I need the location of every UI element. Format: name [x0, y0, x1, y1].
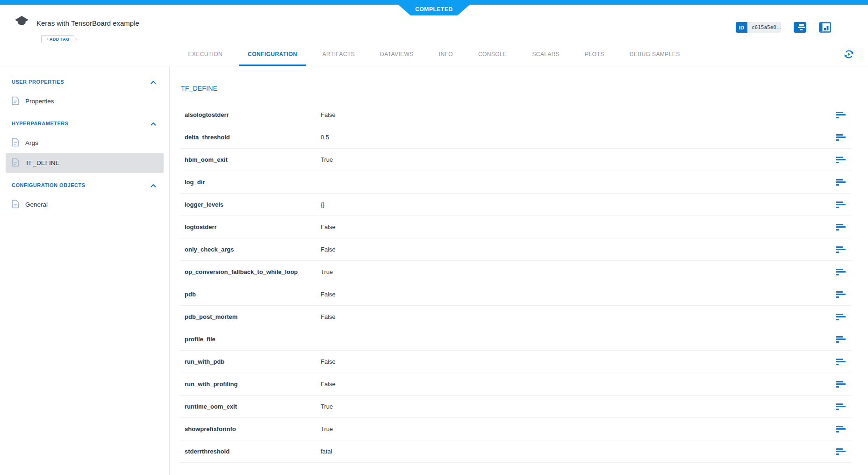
tab[interactable]: CONFIGURATION [235, 43, 310, 66]
param-name: logtostderr [185, 223, 321, 230]
param-row: runtime_oom_exit True [180, 396, 851, 418]
tab[interactable]: SCALARS [519, 43, 572, 66]
param-row: log_dir [180, 171, 851, 194]
param-detail-icon[interactable] [836, 134, 846, 141]
param-name: pdb_post_mortem [185, 313, 321, 320]
experiment-id-badge[interactable]: ID c615a5e0... [736, 22, 781, 33]
section-user-properties[interactable]: USER PROPERTIES [0, 77, 169, 87]
param-name: run_with_pdb [185, 358, 321, 365]
tab[interactable]: DATAVIEWS [367, 43, 426, 66]
param-name: op_conversion_fallback_to_while_loop [185, 268, 321, 275]
main-panel: TF_DEFINE alsologtostderr False delta_th… [170, 66, 868, 475]
sidebar: USER PROPERTIES Properties HYPERPARAMETE… [0, 66, 170, 475]
content-area: USER PROPERTIES Properties HYPERPARAMETE… [0, 66, 868, 475]
tab[interactable]: DEBUG SAMPLES [617, 43, 693, 66]
param-name: runtime_oom_exit [185, 403, 321, 410]
param-value: True [321, 156, 836, 163]
menu-icon[interactable] [844, 24, 854, 31]
param-detail-icon[interactable] [836, 426, 846, 432]
param-value: True [321, 403, 836, 410]
param-row: profile_file [180, 328, 851, 351]
param-row: only_check_args False [180, 238, 851, 261]
param-row: run_with_profiling False [180, 373, 851, 396]
param-detail-icon[interactable] [836, 202, 846, 208]
sidebar-item-label: General [25, 201, 48, 208]
tab-label: SCALARS [532, 51, 560, 58]
param-detail-icon[interactable] [836, 112, 846, 118]
sidebar-item-label: Args [25, 139, 38, 146]
param-value: False [321, 381, 836, 388]
param-value: False [321, 358, 836, 365]
document-icon [12, 96, 19, 107]
param-detail-icon[interactable] [836, 336, 846, 343]
param-name: pdb [185, 291, 321, 298]
details-notes-icon[interactable] [794, 22, 806, 33]
tab-bar: EXECUTION CONFIGURATION ARTIFACTS DATAVI… [0, 43, 868, 66]
param-row: pdb_post_mortem False [180, 306, 851, 328]
id-label: ID [736, 22, 747, 33]
param-row: hbm_oom_exit True [180, 149, 851, 171]
param-value: fatal [321, 448, 836, 455]
param-detail-icon[interactable] [836, 314, 846, 320]
param-name: showprefixforinfo [185, 425, 321, 432]
tab[interactable]: INFO [426, 43, 466, 66]
param-value: False [321, 111, 836, 118]
param-detail-icon[interactable] [836, 403, 846, 410]
param-value: False [321, 313, 836, 320]
info-panel-icon[interactable] [819, 22, 831, 33]
param-row: delta_threshold 0.5 [180, 126, 851, 149]
param-value: True [321, 425, 836, 432]
sidebar-item-args[interactable]: Args [6, 133, 164, 153]
experiment-title: Keras with TensorBoard example [36, 19, 139, 27]
param-name: stderrthreshold [185, 448, 321, 455]
section-hyperparameters[interactable]: HYPERPARAMETERS [0, 118, 169, 129]
param-name: alsologtostderr [185, 111, 321, 118]
param-detail-icon[interactable] [836, 246, 846, 253]
sidebar-item-general[interactable]: General [6, 194, 164, 215]
section-header-label: HYPERPARAMETERS [12, 121, 69, 126]
tab-label: CONFIGURATION [248, 51, 297, 58]
param-value: False [321, 291, 836, 298]
document-icon [12, 200, 19, 210]
param-value: False [321, 223, 836, 230]
sidebar-item-tf-define[interactable]: TF_DEFINE [6, 153, 164, 173]
param-row: run_with_pdb False [180, 351, 851, 373]
sidebar-item-properties[interactable]: Properties [6, 91, 164, 111]
section-header-label: CONFIGURATION OBJECTS [12, 182, 86, 188]
param-detail-icon[interactable] [836, 448, 846, 455]
param-row: op_conversion_fallback_to_while_loop Tru… [180, 261, 851, 283]
param-detail-icon[interactable] [836, 359, 846, 365]
auto-refresh-icon[interactable] [843, 48, 855, 62]
param-table: alsologtostderr False delta_threshold 0.… [180, 104, 851, 463]
param-name: delta_threshold [185, 134, 321, 141]
param-value: {} [321, 201, 836, 208]
param-value: 0.5 [321, 134, 836, 141]
section-configuration-objects[interactable]: CONFIGURATION OBJECTS [0, 180, 169, 190]
id-value[interactable]: c615a5e0... [747, 22, 781, 33]
param-detail-icon[interactable] [836, 179, 846, 186]
param-row: logger_levels {} [180, 194, 851, 216]
param-row: logtostderr False [180, 216, 851, 238]
param-detail-icon[interactable] [836, 157, 846, 163]
param-detail-icon[interactable] [836, 381, 846, 388]
param-detail-icon[interactable] [836, 224, 846, 230]
param-name: run_with_profiling [185, 381, 321, 388]
sidebar-item-label: TF_DEFINE [25, 159, 60, 166]
header-actions: ID c615a5e0... [736, 22, 854, 33]
param-name: logger_levels [185, 201, 321, 208]
tab[interactable]: EXECUTION [175, 43, 235, 66]
tab-label: PLOTS [585, 51, 604, 58]
param-detail-icon[interactable] [836, 291, 846, 298]
param-value: False [321, 246, 836, 253]
param-name: log_dir [185, 179, 321, 186]
tab-label: INFO [439, 51, 453, 58]
param-value: True [321, 268, 836, 275]
config-section-title: TF_DEFINE [181, 85, 851, 92]
chevron-up-icon [151, 181, 156, 189]
param-name: only_check_args [185, 246, 321, 253]
param-detail-icon[interactable] [836, 269, 846, 275]
param-row: alsologtostderr False [180, 104, 851, 126]
tab[interactable]: ARTIFACTS [310, 43, 367, 66]
tab[interactable]: PLOTS [572, 43, 617, 66]
tab[interactable]: CONSOLE [466, 43, 519, 66]
